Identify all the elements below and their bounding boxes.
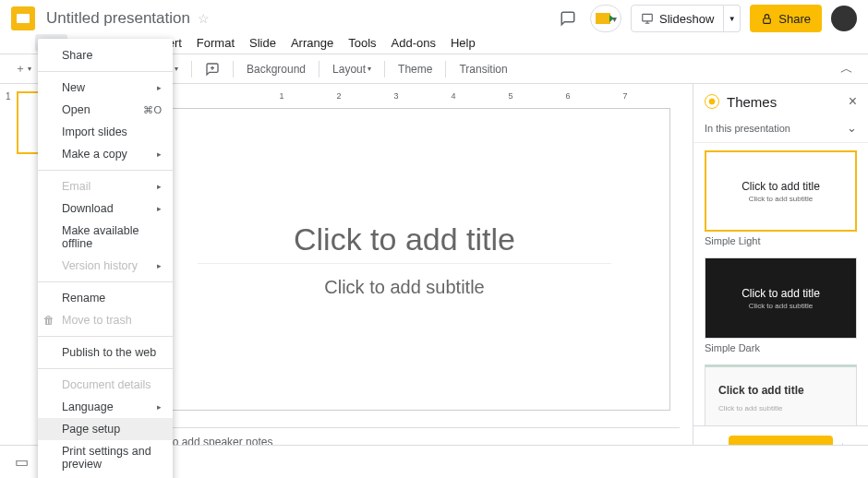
themes-icon [705,94,719,109]
theme-card-streamline[interactable]: Click to add title Click to add subtitle [705,364,857,425]
theme-card-sub: Click to add subtitle [718,404,782,412]
menu-download[interactable]: Download▸ [38,197,173,220]
horizontal-ruler: 11234567 [139,91,680,104]
theme-card-sub: Click to add subtitle [749,302,813,310]
menu-make-copy[interactable]: Make a copy▸ [38,143,173,165]
svg-rect-0 [643,14,653,21]
menu-format[interactable]: Format [190,34,241,52]
slideshow-dropdown[interactable]: ▼ [724,5,741,32]
slideshow-label: Slideshow [659,12,714,26]
doc-title[interactable]: Untitled presentation [46,9,190,28]
themes-subtitle: In this presentation [705,123,790,134]
comment-add-icon[interactable] [199,60,225,78]
close-icon[interactable]: × [849,93,857,110]
menu-rename[interactable]: Rename [38,287,173,309]
menu-email[interactable]: Email▸ [38,175,173,197]
background-button[interactable]: Background [241,61,311,78]
theme-label: Simple Dark [705,342,857,353]
themes-title: Themes [727,94,841,110]
theme-card-simple-light[interactable]: Click to add title Click to add subtitle [705,150,857,232]
slideshow-button[interactable]: Slideshow [631,5,724,32]
menu-arrange[interactable]: Arrange [284,34,340,52]
menu-help[interactable]: Help [444,34,482,52]
share-button[interactable]: Share [750,5,822,32]
transition-button[interactable]: Transition [453,61,512,78]
menu-offline[interactable]: Make available offline [38,220,173,255]
menu-doc-details[interactable]: Document details [38,374,173,396]
slide-canvas[interactable]: Click to add title Click to add subtitle [139,108,670,411]
menu-tools[interactable]: Tools [342,34,382,52]
account-avatar[interactable] [831,6,857,31]
slide-number: 1 [6,91,11,102]
trash-icon: 🗑 [43,314,54,327]
chevron-down-icon[interactable]: ⌄ [847,121,857,135]
menu-addons[interactable]: Add-ons [385,34,442,52]
menu-share[interactable]: Share [38,44,173,66]
menu-open[interactable]: Open⌘O [38,99,173,121]
menu-publish[interactable]: Publish to the web [38,341,173,364]
menu-import-slides[interactable]: Import slides [38,121,173,143]
slide-title-placeholder[interactable]: Click to add title [294,221,515,257]
share-label: Share [778,12,811,26]
theme-card-sub: Click to add subtitle [749,195,813,203]
new-slide-button[interactable]: ＋▾ [9,59,37,78]
theme-card-title: Click to add title [741,180,820,193]
slides-logo[interactable] [11,6,35,30]
layout-label: Layout [332,63,366,76]
layout-button[interactable]: Layout▾ [327,61,377,78]
filmstrip-view-icon[interactable]: ▭ [15,453,29,471]
theme-card-title: Click to add title [741,287,820,300]
theme-card-title: Click to add title [718,384,804,397]
comments-icon[interactable] [555,6,581,31]
menu-print-settings[interactable]: Print settings and preview [38,440,173,475]
meet-button[interactable]: ▾ [590,5,621,32]
menu-language[interactable]: Language▸ [38,396,173,418]
collapse-toolbar-icon[interactable]: ︿ [835,61,859,78]
star-icon[interactable]: ☆ [198,11,210,26]
themes-panel: Themes × In this presentation ⌄ Click to… [693,84,868,472]
theme-label: Simple Light [705,235,857,246]
menu-move-trash[interactable]: 🗑Move to trash [38,309,173,331]
svg-rect-1 [764,18,771,22]
menu-slide[interactable]: Slide [243,34,283,52]
slide-subtitle-placeholder[interactable]: Click to add subtitle [198,263,611,298]
menu-new[interactable]: New▸ [38,77,173,99]
theme-card-simple-dark[interactable]: Click to add title Click to add subtitle [705,257,857,339]
menu-version-history[interactable]: Version history▸ [38,255,173,277]
theme-button[interactable]: Theme [392,61,438,78]
menu-page-setup[interactable]: Page setup [38,418,173,440]
file-menu-dropdown: Share New▸ Open⌘O Import slides Make a c… [38,39,173,478]
